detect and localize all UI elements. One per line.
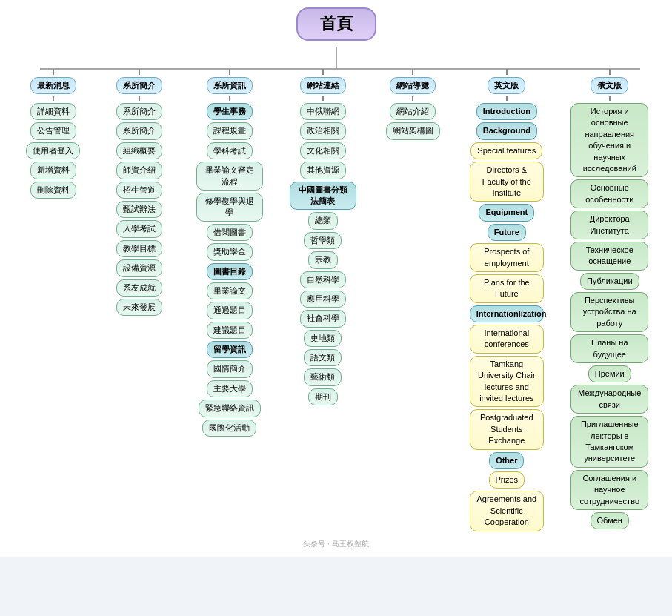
list-item[interactable]: 語文類 — [304, 349, 342, 366]
tree-container: 首頁 最新 — [7, 7, 665, 549]
list-item[interactable]: 網站介紹 — [390, 103, 436, 120]
news-items: 詳細資料 公告管理 使用者登入 新增資料 刪除資料 — [26, 103, 80, 199]
list-item[interactable]: 主要大學 — [207, 380, 253, 397]
website-links-items: 中俄聯網 政治相關 文化相關 其他資源 中國圖書分類法簡表 總類 哲學類 宗教 … — [290, 103, 356, 405]
russian-items: История и основные направления обучения … — [570, 103, 648, 529]
russian-header[interactable]: 俄文版 — [591, 77, 628, 94]
list-item[interactable]: 刪除資料 — [30, 182, 76, 199]
list-item[interactable]: 建議題目 — [207, 322, 253, 339]
dept-info-header[interactable]: 系所資訊 — [207, 77, 253, 94]
list-item[interactable]: 課程規畫 — [207, 122, 253, 139]
list-item[interactable]: 國際化活動 — [202, 420, 256, 437]
col-english: 英文版 Introduction Background Special feat… — [466, 69, 548, 531]
list-item[interactable]: 總類 — [308, 212, 338, 229]
list-item[interactable]: 詳細資料 — [30, 103, 76, 120]
list-item[interactable]: 借閱圖書 — [207, 224, 253, 241]
columns-row: 最新消息 詳細資料 公告管理 使用者登入 新增資料 刪除資料 系所簡介 系所簡介… — [10, 69, 662, 531]
list-item[interactable]: Other — [489, 452, 524, 469]
list-item[interactable]: 設備資源 — [116, 259, 162, 276]
list-item[interactable]: Agreements and Scientific Cooperation — [470, 491, 544, 531]
list-item[interactable]: 新增資料 — [30, 162, 76, 179]
list-item[interactable]: 未來發展 — [116, 299, 162, 316]
list-item[interactable]: 學科考試 — [207, 142, 253, 159]
list-item[interactable]: 系所簡介 — [116, 103, 162, 120]
list-item[interactable]: 修學復學與退學 — [196, 193, 263, 222]
list-item[interactable]: 公告管理 — [30, 122, 76, 139]
list-item[interactable]: 期刊 — [308, 388, 338, 405]
english-header[interactable]: 英文版 — [488, 77, 525, 94]
list-item[interactable]: 師資介紹 — [116, 162, 162, 179]
english-items: Introduction Background Special features… — [470, 103, 544, 531]
list-item[interactable]: Prizes — [489, 471, 525, 489]
list-item[interactable]: 應用科學 — [300, 291, 346, 308]
list-item[interactable]: 獎助學金 — [207, 243, 253, 260]
col-website-links: 網站連結 中俄聯網 政治相關 文化相關 其他資源 中國圖書分類法簡表 總類 哲學… — [286, 69, 360, 406]
list-item[interactable]: Directors & Faculty of the Institute — [470, 162, 544, 202]
col-dept-intro: 系所簡介 系所簡介 系所簡介 組織概要 師資介紹 招生管道 甄試辦法 入學考試 … — [106, 69, 173, 317]
list-item[interactable]: Introduction — [476, 103, 537, 120]
list-item[interactable]: 國情簡介 — [207, 360, 253, 377]
news-header[interactable]: 最新消息 — [30, 77, 76, 94]
website-guide-header[interactable]: 網站導覽 — [390, 77, 436, 94]
list-item[interactable]: Приглашенные лекторы в Тамкангском униве… — [570, 416, 648, 468]
list-item[interactable]: Техническое оснащение — [570, 242, 648, 271]
root-row: 首頁 — [296, 7, 376, 41]
list-item[interactable]: Соглашения и научное сотрудничество — [570, 470, 648, 510]
vert-connector-news — [53, 69, 54, 75]
list-item[interactable]: Tamkang University Chair lectures and in… — [470, 356, 544, 408]
list-item[interactable]: Prospects of employment — [470, 243, 544, 272]
list-item[interactable]: 史地類 — [304, 330, 342, 347]
list-item[interactable]: 文化相關 — [300, 142, 346, 159]
list-item[interactable]: Публикации — [580, 273, 639, 290]
list-item[interactable]: 哲學類 — [304, 232, 342, 249]
list-item[interactable]: 系友成就 — [116, 279, 162, 297]
list-item[interactable]: 使用者登入 — [26, 142, 80, 159]
list-item[interactable]: Internationlization — [470, 305, 544, 322]
dept-intro-header[interactable]: 系所簡介 — [116, 77, 162, 94]
plans-for-the-future[interactable]: Plans for the Future — [470, 274, 544, 303]
list-item[interactable]: 招生管道 — [116, 182, 162, 199]
root-node[interactable]: 首頁 — [296, 7, 376, 41]
list-item[interactable]: История и основные направления обучения … — [570, 103, 648, 177]
list-item[interactable]: Планы на будущее — [570, 334, 648, 363]
list-item[interactable]: Background — [476, 122, 537, 139]
list-item[interactable]: International conferences — [470, 325, 544, 354]
list-item[interactable]: Основные особенности — [570, 179, 648, 208]
list-item[interactable]: Директора Института — [570, 211, 648, 239]
list-item[interactable]: 通過題目 — [207, 302, 253, 319]
list-item[interactable]: 畢業論文審定流程 — [196, 162, 263, 191]
list-item[interactable]: 留學資訊 — [207, 341, 253, 358]
list-item[interactable]: Обмен — [591, 512, 629, 529]
list-item[interactable]: 宗教 — [308, 251, 338, 268]
list-item[interactable]: Перспективы устройства на работу — [570, 292, 648, 332]
list-item[interactable]: 組織概要 — [116, 142, 162, 159]
list-item[interactable]: Equipment — [479, 204, 534, 221]
list-item[interactable]: 其他資源 — [300, 162, 346, 179]
list-item[interactable]: 網站架構圖 — [386, 122, 440, 139]
list-item[interactable]: 系所簡介 — [116, 122, 162, 139]
list-item[interactable]: Special features — [470, 142, 542, 159]
list-item[interactable]: 藝術類 — [304, 368, 342, 385]
col-dept-info: 系所資訊 學生事務 課程規畫 學科考試 畢業論文審定流程 修學復學與退學 借閱圖… — [193, 69, 267, 437]
list-item[interactable]: Future — [488, 224, 526, 241]
list-item[interactable]: 甄試辦法 — [116, 201, 162, 218]
watermark: 头条号 · 马王权整航 — [303, 539, 368, 549]
list-item[interactable]: 學生事務 — [207, 103, 253, 120]
list-item[interactable]: 教學目標 — [116, 240, 162, 257]
list-item[interactable]: 畢業論文 — [207, 282, 253, 299]
dept-info-items: 學生事務 課程規畫 學科考試 畢業論文審定流程 修學復學與退學 借閱圖書 獎助學… — [196, 103, 263, 437]
list-item[interactable]: 圖書目錄 — [207, 263, 253, 280]
website-links-header[interactable]: 網站連結 — [300, 77, 346, 94]
list-item[interactable]: 緊急聯絡資訊 — [199, 400, 261, 417]
list-item[interactable]: Postgraduated Students Exchange — [470, 409, 544, 449]
list-item[interactable]: 自然科學 — [300, 271, 346, 288]
page-wrapper: 首頁 最新 — [0, 0, 672, 557]
dept-intro-items: 系所簡介 系所簡介 組織概要 師資介紹 招生管道 甄試辦法 入學考試 教學目標 … — [116, 103, 162, 316]
list-item[interactable]: 中俄聯網 — [300, 103, 346, 120]
list-item[interactable]: Международные связи — [570, 385, 648, 414]
list-item[interactable]: 政治相關 — [300, 122, 346, 139]
list-item[interactable]: 中國圖書分類法簡表 — [290, 182, 356, 211]
list-item[interactable]: 社會科學 — [300, 310, 346, 327]
list-item[interactable]: 入學考試 — [116, 220, 162, 237]
list-item[interactable]: Премии — [588, 365, 631, 382]
